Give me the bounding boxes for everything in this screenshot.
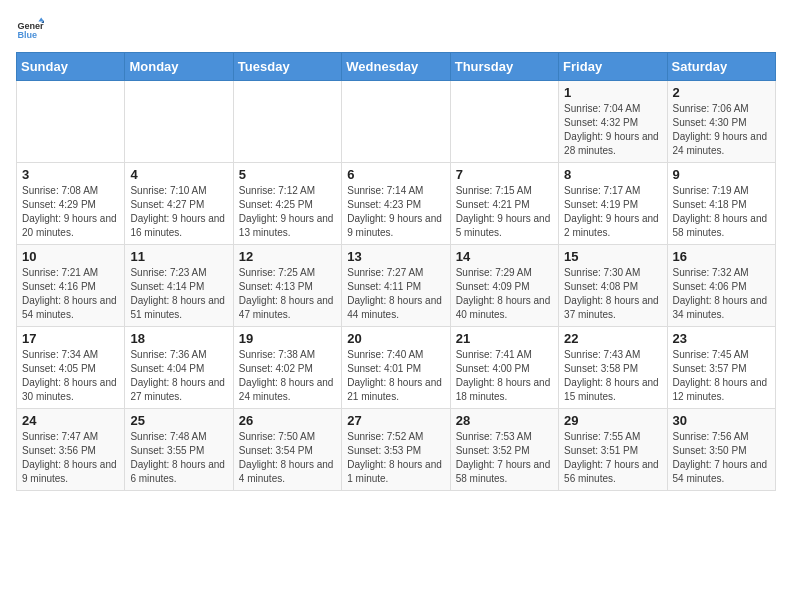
day-header-sunday: Sunday — [17, 53, 125, 81]
day-info: Sunrise: 7:21 AM Sunset: 4:16 PM Dayligh… — [22, 266, 119, 322]
day-number: 20 — [347, 331, 444, 346]
calendar-week-3: 10Sunrise: 7:21 AM Sunset: 4:16 PM Dayli… — [17, 245, 776, 327]
calendar-cell: 15Sunrise: 7:30 AM Sunset: 4:08 PM Dayli… — [559, 245, 667, 327]
calendar-cell — [342, 81, 450, 163]
day-number: 16 — [673, 249, 770, 264]
calendar-cell: 2Sunrise: 7:06 AM Sunset: 4:30 PM Daylig… — [667, 81, 775, 163]
header: General Blue — [16, 16, 776, 44]
logo: General Blue — [16, 16, 48, 44]
day-info: Sunrise: 7:53 AM Sunset: 3:52 PM Dayligh… — [456, 430, 553, 486]
calendar-cell: 14Sunrise: 7:29 AM Sunset: 4:09 PM Dayli… — [450, 245, 558, 327]
calendar-week-4: 17Sunrise: 7:34 AM Sunset: 4:05 PM Dayli… — [17, 327, 776, 409]
day-number: 18 — [130, 331, 227, 346]
calendar-cell: 10Sunrise: 7:21 AM Sunset: 4:16 PM Dayli… — [17, 245, 125, 327]
calendar-table: SundayMondayTuesdayWednesdayThursdayFrid… — [16, 52, 776, 491]
day-number: 19 — [239, 331, 336, 346]
day-info: Sunrise: 7:29 AM Sunset: 4:09 PM Dayligh… — [456, 266, 553, 322]
day-info: Sunrise: 7:12 AM Sunset: 4:25 PM Dayligh… — [239, 184, 336, 240]
calendar-cell: 23Sunrise: 7:45 AM Sunset: 3:57 PM Dayli… — [667, 327, 775, 409]
day-number: 13 — [347, 249, 444, 264]
day-info: Sunrise: 7:08 AM Sunset: 4:29 PM Dayligh… — [22, 184, 119, 240]
day-number: 15 — [564, 249, 661, 264]
day-number: 10 — [22, 249, 119, 264]
day-number: 26 — [239, 413, 336, 428]
calendar-cell: 21Sunrise: 7:41 AM Sunset: 4:00 PM Dayli… — [450, 327, 558, 409]
calendar-cell: 1Sunrise: 7:04 AM Sunset: 4:32 PM Daylig… — [559, 81, 667, 163]
day-header-monday: Monday — [125, 53, 233, 81]
day-info: Sunrise: 7:15 AM Sunset: 4:21 PM Dayligh… — [456, 184, 553, 240]
calendar-cell: 20Sunrise: 7:40 AM Sunset: 4:01 PM Dayli… — [342, 327, 450, 409]
calendar-cell — [450, 81, 558, 163]
day-header-wednesday: Wednesday — [342, 53, 450, 81]
calendar-cell — [233, 81, 341, 163]
day-info: Sunrise: 7:23 AM Sunset: 4:14 PM Dayligh… — [130, 266, 227, 322]
calendar-cell: 13Sunrise: 7:27 AM Sunset: 4:11 PM Dayli… — [342, 245, 450, 327]
logo-icon: General Blue — [16, 16, 44, 44]
day-info: Sunrise: 7:52 AM Sunset: 3:53 PM Dayligh… — [347, 430, 444, 486]
day-info: Sunrise: 7:41 AM Sunset: 4:00 PM Dayligh… — [456, 348, 553, 404]
day-info: Sunrise: 7:36 AM Sunset: 4:04 PM Dayligh… — [130, 348, 227, 404]
day-number: 12 — [239, 249, 336, 264]
day-number: 22 — [564, 331, 661, 346]
day-number: 17 — [22, 331, 119, 346]
day-number: 11 — [130, 249, 227, 264]
day-info: Sunrise: 7:48 AM Sunset: 3:55 PM Dayligh… — [130, 430, 227, 486]
calendar-cell: 12Sunrise: 7:25 AM Sunset: 4:13 PM Dayli… — [233, 245, 341, 327]
day-header-tuesday: Tuesday — [233, 53, 341, 81]
day-number: 3 — [22, 167, 119, 182]
svg-marker-2 — [38, 17, 44, 21]
calendar-week-1: 1Sunrise: 7:04 AM Sunset: 4:32 PM Daylig… — [17, 81, 776, 163]
day-info: Sunrise: 7:32 AM Sunset: 4:06 PM Dayligh… — [673, 266, 770, 322]
day-header-saturday: Saturday — [667, 53, 775, 81]
calendar-cell: 29Sunrise: 7:55 AM Sunset: 3:51 PM Dayli… — [559, 409, 667, 491]
day-info: Sunrise: 7:30 AM Sunset: 4:08 PM Dayligh… — [564, 266, 661, 322]
day-number: 23 — [673, 331, 770, 346]
calendar-cell: 16Sunrise: 7:32 AM Sunset: 4:06 PM Dayli… — [667, 245, 775, 327]
day-number: 2 — [673, 85, 770, 100]
calendar-cell: 7Sunrise: 7:15 AM Sunset: 4:21 PM Daylig… — [450, 163, 558, 245]
day-number: 30 — [673, 413, 770, 428]
calendar-cell: 6Sunrise: 7:14 AM Sunset: 4:23 PM Daylig… — [342, 163, 450, 245]
day-number: 4 — [130, 167, 227, 182]
calendar-cell: 30Sunrise: 7:56 AM Sunset: 3:50 PM Dayli… — [667, 409, 775, 491]
day-info: Sunrise: 7:38 AM Sunset: 4:02 PM Dayligh… — [239, 348, 336, 404]
calendar-week-2: 3Sunrise: 7:08 AM Sunset: 4:29 PM Daylig… — [17, 163, 776, 245]
day-info: Sunrise: 7:19 AM Sunset: 4:18 PM Dayligh… — [673, 184, 770, 240]
calendar-cell: 9Sunrise: 7:19 AM Sunset: 4:18 PM Daylig… — [667, 163, 775, 245]
day-number: 9 — [673, 167, 770, 182]
svg-text:General: General — [17, 21, 44, 31]
calendar-cell: 26Sunrise: 7:50 AM Sunset: 3:54 PM Dayli… — [233, 409, 341, 491]
day-info: Sunrise: 7:55 AM Sunset: 3:51 PM Dayligh… — [564, 430, 661, 486]
day-info: Sunrise: 7:40 AM Sunset: 4:01 PM Dayligh… — [347, 348, 444, 404]
day-info: Sunrise: 7:50 AM Sunset: 3:54 PM Dayligh… — [239, 430, 336, 486]
day-number: 24 — [22, 413, 119, 428]
calendar-cell — [17, 81, 125, 163]
day-number: 1 — [564, 85, 661, 100]
day-header-thursday: Thursday — [450, 53, 558, 81]
day-info: Sunrise: 7:14 AM Sunset: 4:23 PM Dayligh… — [347, 184, 444, 240]
day-number: 6 — [347, 167, 444, 182]
day-number: 29 — [564, 413, 661, 428]
calendar-cell: 3Sunrise: 7:08 AM Sunset: 4:29 PM Daylig… — [17, 163, 125, 245]
calendar-cell: 11Sunrise: 7:23 AM Sunset: 4:14 PM Dayli… — [125, 245, 233, 327]
day-info: Sunrise: 7:45 AM Sunset: 3:57 PM Dayligh… — [673, 348, 770, 404]
day-header-friday: Friday — [559, 53, 667, 81]
calendar-cell: 22Sunrise: 7:43 AM Sunset: 3:58 PM Dayli… — [559, 327, 667, 409]
day-info: Sunrise: 7:34 AM Sunset: 4:05 PM Dayligh… — [22, 348, 119, 404]
calendar-cell: 27Sunrise: 7:52 AM Sunset: 3:53 PM Dayli… — [342, 409, 450, 491]
day-info: Sunrise: 7:27 AM Sunset: 4:11 PM Dayligh… — [347, 266, 444, 322]
calendar-cell: 17Sunrise: 7:34 AM Sunset: 4:05 PM Dayli… — [17, 327, 125, 409]
calendar-cell: 18Sunrise: 7:36 AM Sunset: 4:04 PM Dayli… — [125, 327, 233, 409]
day-info: Sunrise: 7:25 AM Sunset: 4:13 PM Dayligh… — [239, 266, 336, 322]
day-number: 5 — [239, 167, 336, 182]
day-number: 8 — [564, 167, 661, 182]
calendar-cell: 24Sunrise: 7:47 AM Sunset: 3:56 PM Dayli… — [17, 409, 125, 491]
day-info: Sunrise: 7:17 AM Sunset: 4:19 PM Dayligh… — [564, 184, 661, 240]
day-number: 27 — [347, 413, 444, 428]
calendar-cell: 8Sunrise: 7:17 AM Sunset: 4:19 PM Daylig… — [559, 163, 667, 245]
day-info: Sunrise: 7:06 AM Sunset: 4:30 PM Dayligh… — [673, 102, 770, 158]
calendar-cell — [125, 81, 233, 163]
svg-text:Blue: Blue — [17, 30, 37, 40]
calendar-cell: 4Sunrise: 7:10 AM Sunset: 4:27 PM Daylig… — [125, 163, 233, 245]
day-info: Sunrise: 7:04 AM Sunset: 4:32 PM Dayligh… — [564, 102, 661, 158]
